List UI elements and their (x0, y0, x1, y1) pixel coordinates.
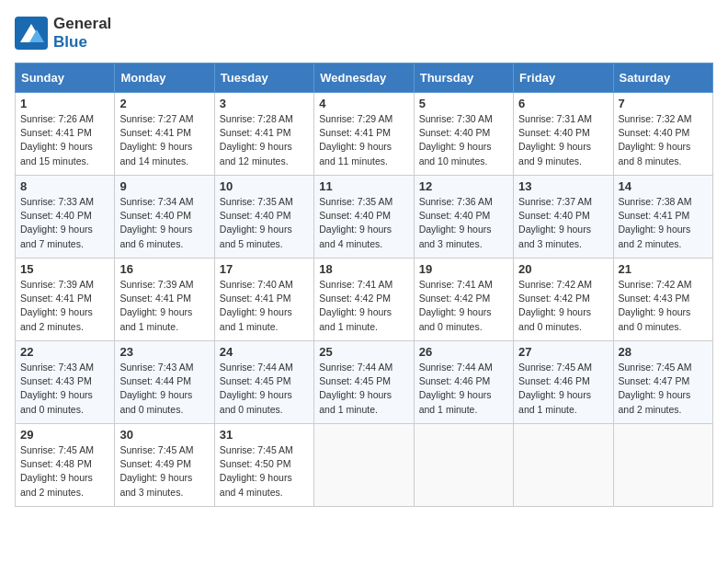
calendar-day-cell: 11 Sunrise: 7:35 AM Sunset: 4:40 PM Dayl… (314, 176, 414, 259)
day-info: Sunrise: 7:45 AM Sunset: 4:49 PM Dayligh… (119, 443, 209, 500)
day-number: 27 (518, 345, 608, 359)
sunrise-label: Sunrise: 7:41 AM (419, 279, 493, 290)
day-info: Sunrise: 7:45 AM Sunset: 4:47 PM Dayligh… (619, 361, 708, 417)
sunrise-label: Sunrise: 7:31 AM (518, 113, 592, 124)
sunset-label: Sunset: 4:40 PM (419, 210, 491, 221)
calendar-header-row: SundayMondayTuesdayWednesdayThursdayFrid… (16, 63, 713, 93)
sunset-label: Sunset: 4:49 PM (119, 458, 191, 469)
logo-icon (15, 17, 48, 50)
sunset-label: Sunset: 4:40 PM (319, 210, 391, 221)
day-info: Sunrise: 7:41 AM Sunset: 4:42 PM Dayligh… (319, 278, 408, 334)
weekday-header-sunday: Sunday (16, 63, 115, 93)
daylight-label: Daylight: 9 hours and 10 minutes. (419, 141, 492, 166)
calendar-day-cell: 13 Sunrise: 7:37 AM Sunset: 4:40 PM Dayl… (514, 176, 613, 259)
calendar-day-cell: 14 Sunrise: 7:38 AM Sunset: 4:41 PM Dayl… (613, 176, 712, 259)
calendar-day-cell: 30 Sunrise: 7:45 AM Sunset: 4:49 PM Dayl… (115, 424, 214, 507)
calendar-day-cell: 8 Sunrise: 7:33 AM Sunset: 4:40 PM Dayli… (16, 176, 115, 259)
day-info: Sunrise: 7:34 AM Sunset: 4:40 PM Dayligh… (119, 195, 209, 251)
calendar-day-cell (414, 424, 513, 507)
daylight-label: Daylight: 9 hours and 2 minutes. (619, 389, 691, 414)
daylight-label: Daylight: 9 hours and 3 minutes. (419, 224, 492, 248)
calendar-day-cell: 5 Sunrise: 7:30 AM Sunset: 4:40 PM Dayli… (414, 93, 513, 176)
calendar-week-row: 8 Sunrise: 7:33 AM Sunset: 4:40 PM Dayli… (16, 176, 713, 259)
daylight-label: Daylight: 9 hours and 15 minutes. (20, 141, 93, 166)
day-number: 31 (220, 428, 309, 442)
weekday-header-friday: Friday (514, 63, 613, 93)
sunset-label: Sunset: 4:41 PM (20, 127, 92, 138)
sunset-label: Sunset: 4:42 PM (319, 293, 391, 304)
day-info: Sunrise: 7:42 AM Sunset: 4:43 PM Dayligh… (619, 278, 708, 334)
day-info: Sunrise: 7:45 AM Sunset: 4:46 PM Dayligh… (518, 361, 608, 417)
day-number: 22 (20, 345, 109, 359)
daylight-label: Daylight: 9 hours and 5 minutes. (220, 224, 292, 248)
day-number: 26 (419, 345, 508, 359)
calendar-table: SundayMondayTuesdayWednesdayThursdayFrid… (15, 63, 713, 507)
calendar-day-cell: 21 Sunrise: 7:42 AM Sunset: 4:43 PM Dayl… (613, 259, 712, 341)
day-number: 30 (119, 428, 209, 442)
daylight-label: Daylight: 9 hours and 1 minute. (319, 306, 392, 331)
day-number: 14 (619, 179, 708, 193)
logo-blue: Blue (53, 33, 111, 52)
day-info: Sunrise: 7:39 AM Sunset: 4:41 PM Dayligh… (20, 278, 109, 334)
daylight-label: Daylight: 9 hours and 8 minutes. (619, 141, 691, 166)
sunset-label: Sunset: 4:41 PM (220, 127, 291, 138)
calendar-day-cell: 4 Sunrise: 7:29 AM Sunset: 4:41 PM Dayli… (314, 93, 414, 176)
calendar-day-cell: 16 Sunrise: 7:39 AM Sunset: 4:41 PM Dayl… (115, 259, 214, 341)
day-number: 13 (518, 179, 608, 193)
sunrise-label: Sunrise: 7:44 AM (419, 362, 493, 373)
day-info: Sunrise: 7:29 AM Sunset: 4:41 PM Dayligh… (319, 112, 408, 168)
day-info: Sunrise: 7:41 AM Sunset: 4:42 PM Dayligh… (419, 278, 508, 334)
sunset-label: Sunset: 4:41 PM (119, 127, 191, 138)
daylight-label: Daylight: 9 hours and 0 minutes. (419, 306, 492, 331)
daylight-label: Daylight: 9 hours and 14 minutes. (119, 141, 192, 166)
weekday-header-saturday: Saturday (613, 63, 712, 93)
daylight-label: Daylight: 9 hours and 0 minutes. (518, 306, 591, 331)
day-info: Sunrise: 7:26 AM Sunset: 4:41 PM Dayligh… (20, 112, 109, 168)
sunset-label: Sunset: 4:41 PM (119, 293, 191, 304)
day-info: Sunrise: 7:33 AM Sunset: 4:40 PM Dayligh… (20, 195, 109, 251)
day-number: 7 (619, 97, 708, 110)
sunset-label: Sunset: 4:46 PM (518, 375, 590, 386)
sunset-label: Sunset: 4:44 PM (119, 375, 191, 386)
calendar-day-cell: 27 Sunrise: 7:45 AM Sunset: 4:46 PM Dayl… (514, 341, 613, 424)
day-number: 1 (20, 97, 109, 110)
day-info: Sunrise: 7:39 AM Sunset: 4:41 PM Dayligh… (119, 278, 209, 334)
calendar-day-cell: 15 Sunrise: 7:39 AM Sunset: 4:41 PM Dayl… (16, 259, 115, 341)
calendar-day-cell: 1 Sunrise: 7:26 AM Sunset: 4:41 PM Dayli… (16, 93, 115, 176)
calendar-day-cell (514, 424, 613, 507)
calendar-day-cell: 24 Sunrise: 7:44 AM Sunset: 4:45 PM Dayl… (214, 341, 313, 424)
sunset-label: Sunset: 4:47 PM (619, 375, 690, 386)
day-info: Sunrise: 7:35 AM Sunset: 4:40 PM Dayligh… (319, 195, 408, 251)
calendar-day-cell (613, 424, 712, 507)
calendar-day-cell: 22 Sunrise: 7:43 AM Sunset: 4:43 PM Dayl… (16, 341, 115, 424)
day-info: Sunrise: 7:30 AM Sunset: 4:40 PM Dayligh… (419, 112, 508, 168)
sunset-label: Sunset: 4:50 PM (220, 458, 291, 469)
day-info: Sunrise: 7:43 AM Sunset: 4:43 PM Dayligh… (20, 361, 109, 417)
calendar-week-row: 29 Sunrise: 7:45 AM Sunset: 4:48 PM Dayl… (16, 424, 713, 507)
calendar-week-row: 1 Sunrise: 7:26 AM Sunset: 4:41 PM Dayli… (16, 93, 713, 176)
sunrise-label: Sunrise: 7:45 AM (119, 444, 193, 455)
sunrise-label: Sunrise: 7:42 AM (619, 279, 692, 290)
sunrise-label: Sunrise: 7:33 AM (20, 196, 94, 207)
day-info: Sunrise: 7:32 AM Sunset: 4:40 PM Dayligh… (619, 112, 708, 168)
daylight-label: Daylight: 9 hours and 1 minute. (518, 389, 591, 414)
sunrise-label: Sunrise: 7:32 AM (619, 113, 692, 124)
sunrise-label: Sunrise: 7:35 AM (319, 196, 392, 207)
calendar-day-cell: 19 Sunrise: 7:41 AM Sunset: 4:42 PM Dayl… (414, 259, 513, 341)
day-info: Sunrise: 7:31 AM Sunset: 4:40 PM Dayligh… (518, 112, 608, 168)
day-info: Sunrise: 7:35 AM Sunset: 4:40 PM Dayligh… (220, 195, 309, 251)
calendar-day-cell: 26 Sunrise: 7:44 AM Sunset: 4:46 PM Dayl… (414, 341, 513, 424)
logo: General Blue (15, 15, 111, 52)
weekday-header-wednesday: Wednesday (314, 63, 414, 93)
calendar-day-cell: 6 Sunrise: 7:31 AM Sunset: 4:40 PM Dayli… (514, 93, 613, 176)
sunrise-label: Sunrise: 7:45 AM (619, 362, 692, 373)
sunrise-label: Sunrise: 7:45 AM (220, 444, 293, 455)
daylight-label: Daylight: 9 hours and 4 minutes. (220, 472, 292, 497)
day-number: 19 (419, 262, 508, 276)
calendar-day-cell: 25 Sunrise: 7:44 AM Sunset: 4:45 PM Dayl… (314, 341, 414, 424)
day-info: Sunrise: 7:43 AM Sunset: 4:44 PM Dayligh… (119, 361, 209, 417)
sunset-label: Sunset: 4:45 PM (319, 375, 391, 386)
sunrise-label: Sunrise: 7:28 AM (220, 113, 293, 124)
calendar-day-cell: 12 Sunrise: 7:36 AM Sunset: 4:40 PM Dayl… (414, 176, 513, 259)
sunrise-label: Sunrise: 7:41 AM (319, 279, 392, 290)
